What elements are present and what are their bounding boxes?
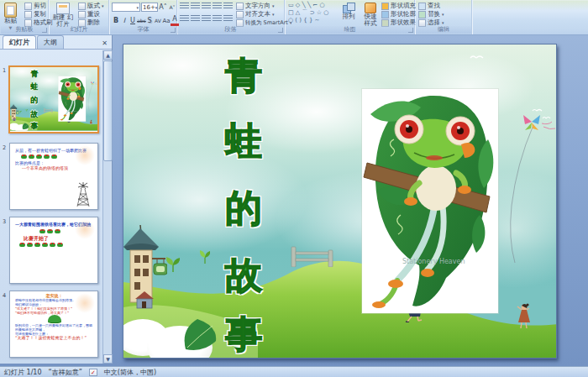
decrease-indent-button[interactable] (202, 3, 211, 10)
title-char: 青 (223, 51, 265, 101)
shape-fill-button[interactable]: 形状填充 (381, 2, 416, 10)
title-char: 事 (30, 121, 39, 131)
align-right-button[interactable] (202, 15, 211, 23)
paragraph-group-label: 段落 (177, 26, 284, 34)
child-girl (513, 302, 535, 331)
slide-thumbnail-3[interactable]: 一大群青蛙围着铁塔看比赛，给它们加油 比赛开始了 (9, 217, 98, 284)
quick-styles-button[interactable]: 快速样式 (360, 1, 381, 29)
frog-image[interactable]: Stationery Heaven (58, 76, 86, 122)
font-name-combobox[interactable]: ▾ (112, 3, 140, 12)
theme-name[interactable]: “吉祥如意” (49, 368, 82, 377)
thumbnail-list: 1 (0, 50, 102, 364)
thumb4-quote: “太难了！！这些青蛙肯定上不去的！” (15, 336, 93, 340)
shrink-font-button[interactable]: A˅ (168, 3, 176, 12)
align-left-button[interactable] (180, 15, 189, 23)
change-case-button[interactable]: Aa (162, 17, 171, 25)
columns-button[interactable] (223, 15, 233, 23)
sprout-leaves (18, 110, 22, 113)
slide-thumbnail-2[interactable]: 从前，有一群青蛙组织了一场攀爬比赛 比赛的终点是： 一个非常高的铁塔的塔顶 (9, 143, 98, 210)
cut-button[interactable]: 剪切 (24, 2, 53, 10)
language-indicator[interactable]: 中文(简体，中国) (104, 368, 156, 377)
bullet-numbering-row (179, 2, 234, 11)
tree-drawing (15, 315, 93, 323)
font-size-value: 16+ (143, 4, 155, 11)
italic-button[interactable]: I (120, 17, 129, 25)
ribbon-group-font: ▾ 16+▾ A˄ A˅ B I U abc S AV Aa A 字体 (110, 0, 177, 34)
scroll-down-arrow[interactable]: ▼ (103, 354, 113, 364)
justify-button[interactable] (213, 15, 222, 23)
slide-number: 4 (3, 292, 6, 299)
powerpoint-window: 粘贴 ▼ 剪切 复制 格式刷 剪贴板 新建 幻灯片 版式▾ 重设 删除 幻灯片 (0, 0, 588, 377)
font-dialog-launcher[interactable] (171, 28, 176, 33)
frog-image[interactable]: Stationery Heaven (362, 89, 498, 313)
grow-font-button[interactable]: A˄ (159, 3, 167, 12)
sprout-leaves (164, 255, 182, 272)
alignment-row (179, 14, 234, 24)
text-direction-button[interactable]: 文字方向▾ (236, 2, 291, 10)
line-spacing-button[interactable] (223, 3, 233, 10)
align-center-button[interactable] (191, 15, 200, 23)
title-char: 的 (30, 96, 39, 106)
arrange-button[interactable]: 排列 (339, 1, 359, 22)
find-button[interactable]: 查找 (418, 2, 444, 10)
slide-number: 2 (3, 144, 6, 151)
scrollbar-thumb[interactable] (103, 60, 113, 161)
align-text-button[interactable]: 对齐文本▾ (236, 10, 291, 18)
ribbon-group-slides: 新建 幻灯片 版式▾ 重设 删除 幻灯片 (50, 0, 109, 34)
strikethrough-button[interactable]: abc (137, 17, 145, 25)
shapes-gallery[interactable]: ▭ ◇ ╲ ╲ ⌐ ○ □ △ ⌒ ⊃ ☆ ○ ○ ( ) { } ~ (288, 2, 337, 24)
title-char: 蛙 (223, 117, 265, 166)
panel-scrollbar[interactable]: ▲ ▼ (102, 50, 112, 364)
small-house (12, 118, 16, 121)
shape-fill-icon (381, 3, 389, 10)
shape-outline-button[interactable]: 形状轮廓 (381, 10, 416, 18)
shapes-row: ○ ( ) { } ~ (288, 17, 337, 24)
slide-canvas[interactable]: 青 蛙 的 故 事 (123, 44, 557, 359)
ribbon-group-clipboard: 粘贴 ▼ 剪切 复制 格式刷 剪贴板 (1, 0, 49, 34)
drawing-dialog-launcher[interactable] (408, 28, 413, 33)
fence (44, 108, 53, 113)
clipboard-dialog-launcher[interactable] (42, 28, 47, 33)
big-leaf (179, 316, 221, 351)
thumb2-line3: 一个非常高的铁塔的塔顶 (22, 165, 93, 170)
scroll-up-arrow[interactable]: ▲ (103, 50, 113, 60)
butterfly-kite (86, 81, 97, 112)
font-size-combobox[interactable]: 16+▾ (141, 3, 158, 12)
thumb4-line: 听到这些，一只接一只的青蛙开始退出了比赛，围观的青蛙还在大声喊， (15, 323, 93, 332)
new-slide-button[interactable]: 新建 幻灯片 (50, 1, 76, 29)
text-shadow-button[interactable]: S (145, 17, 154, 25)
slide-thumbnail-1[interactable]: 青 蛙 的 故 事 (8, 65, 99, 134)
find-icon (418, 3, 426, 10)
bullets-button[interactable] (180, 3, 189, 10)
title-char: 故 (30, 109, 39, 119)
tab-outline[interactable]: 大纲 (37, 35, 64, 49)
replace-button[interactable]: 替换▾ (418, 10, 444, 18)
bird-icon (470, 53, 486, 61)
thumbnail-watermark (75, 293, 95, 313)
reset-icon (78, 11, 86, 18)
ribbon-group-editing: 查找 替换▾ 选择▾ 编辑 (416, 0, 472, 34)
align-text-icon (236, 11, 244, 18)
spell-check-icon[interactable]: ✓ (89, 369, 97, 376)
character-spacing-button[interactable]: AV (154, 17, 162, 25)
fence (290, 245, 337, 267)
layout-button[interactable]: 版式▾ (78, 2, 104, 10)
increase-indent-button[interactable] (213, 3, 222, 10)
drawing-group-label: 绘图 (286, 26, 414, 34)
numbering-button[interactable] (191, 3, 200, 10)
workspace: 幻灯片 大纲 ✕ 1 (0, 35, 588, 366)
frog-row (18, 243, 93, 248)
close-panel-icon[interactable]: ✕ (100, 39, 109, 48)
paragraph-dialog-launcher[interactable] (278, 28, 283, 33)
underline-button[interactable]: U (129, 17, 137, 25)
slide-canvas[interactable]: 青 蛙 的 故 事 (10, 67, 97, 131)
copy-button[interactable]: 复制 (24, 10, 53, 18)
tab-slides[interactable]: 幻灯片 (3, 35, 36, 49)
title-char: 事 (223, 310, 265, 359)
reset-button[interactable]: 重设 (78, 10, 104, 18)
slide-1-preview: 青 蛙 的 故 事 (10, 67, 97, 132)
text-direction-icon (236, 3, 244, 10)
bold-button[interactable]: B (112, 17, 120, 25)
image-watermark: Stationery Heaven (402, 258, 465, 265)
slide-thumbnail-4[interactable]: 老实说： 群蛙中没有谁相信这些青蛙会达到塔顶。 他们都议论纷纷： “这太难了！！… (9, 291, 98, 358)
